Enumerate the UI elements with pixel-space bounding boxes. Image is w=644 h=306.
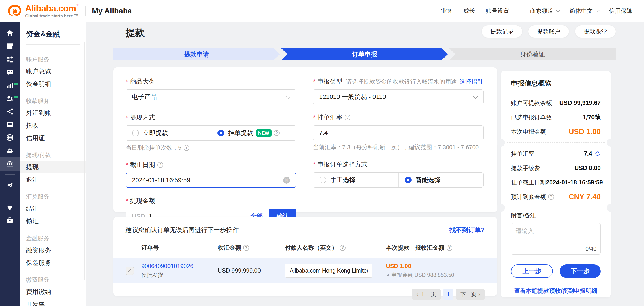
step-withdraw-request[interactable]: 提款申请 [113,48,280,60]
new-badge: NEW [256,129,272,137]
next-page-button[interactable]: 下一页 [456,289,485,300]
withdraw-accounts-button[interactable]: 提款账户 [528,25,569,38]
nav-language[interactable]: 简体中文 [570,7,598,15]
payer-name-input[interactable] [285,264,372,278]
nav-growth[interactable]: 成长 [463,7,475,15]
rail-globe-icon[interactable] [0,133,20,142]
rail-send-icon[interactable] [0,181,20,190]
help-icon[interactable] [345,115,350,120]
order-select-mode-group: 手工选择 智能选择 [313,172,484,188]
sidebar-item-letter-of-credit[interactable]: 信用证 [20,132,86,144]
rail-orders-icon[interactable] [0,120,20,129]
memo-textarea[interactable] [511,223,600,245]
nav-business[interactable]: 业务 [441,7,452,15]
deadline-value[interactable] [132,177,283,184]
sidebar-item-lock-fx[interactable]: 锁汇 [20,215,86,228]
pending-rate-value[interactable] [319,129,478,136]
ticket-divider [501,142,611,143]
sidebar-item-account-overview[interactable]: 账户总览 [20,65,86,78]
alibaba-logo[interactable]: Alibaba.com ® Global trade starts here.™ [6,4,79,18]
rail-logistics-icon[interactable] [0,146,20,155]
help-icon[interactable] [548,194,554,200]
sidebar-section-withdraw-pay: 提现/付款 [20,149,86,161]
prev-step-button[interactable]: 上一步 [511,264,553,278]
rail-divider [5,196,15,196]
icon-rail [0,22,20,306]
rail-apps-icon[interactable] [0,55,20,64]
memo-counter: 0/40 [586,246,596,252]
pending-deadline-value: 2024-01-18 16:59:59 [546,179,603,186]
next-step-button[interactable]: 下一步 [560,264,601,278]
radio-smart-select[interactable]: 智能选择 [398,173,484,187]
sidebar-item-withdraw[interactable]: 提现 [20,161,86,174]
rail-toolbox-icon[interactable] [0,216,20,225]
nav-merchant-channel[interactable]: 商家频道 [530,7,559,15]
rail-bank-icon[interactable] [0,157,20,171]
info-icon[interactable] [184,145,190,151]
step-identity-verification[interactable]: 身份验证 [449,48,616,60]
refresh-icon[interactable] [594,150,601,157]
declare-type-label: 申报类型 [313,77,342,86]
rail-favorites-icon[interactable] [0,203,20,212]
rail-share-icon[interactable] [0,107,20,116]
orders-card: 建议您确认订单无误后再进行下一步操作 找不到订单? 订单号 收汇金额 付款人名称… [113,217,497,296]
step-order-declaration[interactable]: 订单申报 [281,48,448,60]
row-checkbox[interactable]: ✓ [126,267,134,275]
rail-messages-icon[interactable] [0,68,20,77]
registered-mark: ® [76,3,79,7]
sidebar-item-fund-details[interactable]: 资金明细 [20,78,86,90]
current-page[interactable]: 1 [444,289,453,300]
radio-instant-withdraw[interactable]: 立即提款 [126,126,211,140]
sidebar-item-fx-arrival[interactable]: 外汇到账 [20,107,86,119]
order-amount: USD 999,999.00 [218,267,285,274]
pending-rate-input[interactable] [313,125,484,140]
deadline-input[interactable]: ✕ [126,173,296,188]
help-icon[interactable] [340,245,346,251]
deadline-label: 截止日期 [126,161,155,169]
nav-account-settings[interactable]: 账号设置 [486,7,509,15]
withdraw-records-button[interactable]: 提款记录 [482,25,522,38]
rail-divider [5,174,15,175]
nav-trade-assurance[interactable]: 信用保障 [609,7,632,15]
sidebar-section-exchange: 汇兑服务 [20,191,86,202]
sidebar-section-finance: 金融服务 [20,233,86,244]
radio-manual-select[interactable]: 手工选择 [313,173,398,187]
category-select[interactable]: 电子产品 [126,89,296,104]
sidebar-scrollbar[interactable] [84,42,85,280]
sidebar-section-collection: 收款服务 [20,95,86,107]
chevron-down-icon [286,94,290,99]
rail-analytics-icon[interactable] [0,81,20,90]
help-icon[interactable] [446,245,452,251]
radio-pending-withdraw[interactable]: 挂单提款 NEW [211,126,296,140]
top-header: Alibaba.com ® Global trade starts here.™… [0,0,644,22]
declare-type-select[interactable]: 121010 一般贸易 - 0110 [313,89,484,104]
rail-store-icon[interactable] [0,42,20,51]
sidebar-section-fees: 缴费服务 [20,274,86,285]
sidebar-item-fee-payment[interactable]: 费用缴纳 [20,285,86,298]
orders-tip: 建议您确认订单无误后再进行下一步操作 [126,226,239,234]
notification-dot [14,96,18,98]
summary-row: 账户可提款余额 USD 99,919.67 [511,96,601,110]
sidebar-item-insurance[interactable]: 保险服务 [20,257,86,269]
cant-find-order-link[interactable]: 找不到订单? [450,226,485,234]
sidebar-title: 资金&金融 [20,22,86,45]
sidebar-item-refund[interactable]: 退汇 [20,174,86,186]
sidebar-item-settle-fx[interactable]: 结汇 [20,202,86,215]
order-number-link[interactable]: 9006409001019026 [141,263,218,270]
rail-home-icon[interactable] [0,29,20,38]
chevron-down-icon [473,94,478,99]
declaration-detail-link[interactable]: 查看本笔提款预收/货到申报明细 [511,287,601,295]
current-rate-helper: 当前汇率：7.3（每分钟刷新一次），建议范围：7.3001 - 7.6700 [313,143,484,151]
help-icon[interactable] [274,130,280,136]
clear-icon[interactable]: ✕ [283,177,290,184]
rail-contacts-icon[interactable] [0,94,20,103]
sidebar-item-financing[interactable]: 融资服务 [20,244,86,257]
withdraw-tutorial-button[interactable]: 提款课堂 [575,25,616,38]
sidebar-section-account: 账户服务 [20,54,86,65]
help-icon[interactable] [243,245,249,251]
sidebar-item-invoicing[interactable]: 开发票 [20,298,86,306]
help-icon[interactable] [157,162,163,168]
prev-page-button[interactable]: 上一页 [412,289,441,300]
guide-link[interactable]: 选择指引 [460,78,483,86]
sidebar-item-collection[interactable]: 托收 [20,119,86,132]
